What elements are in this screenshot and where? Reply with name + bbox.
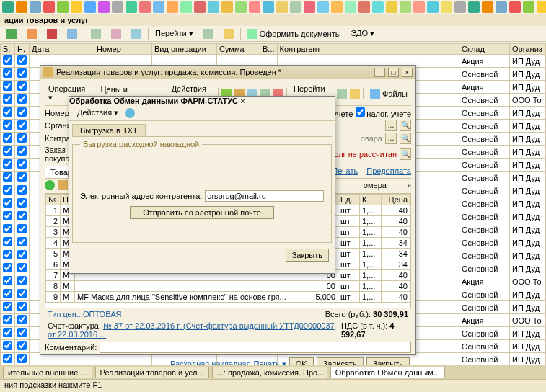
row-check[interactable] xyxy=(3,120,12,130)
select-btn[interactable]: ... xyxy=(385,133,397,144)
add-row-icon[interactable] xyxy=(45,180,55,190)
action-btn[interactable] xyxy=(23,27,40,40)
toolbar-icon[interactable] xyxy=(413,1,425,13)
table-row[interactable]: 9MMF Маска для лица "Sensitive-комплекс"… xyxy=(46,292,410,303)
toolbar-icon[interactable] xyxy=(16,1,27,13)
row-check[interactable] xyxy=(3,354,12,363)
row-check[interactable] xyxy=(3,263,12,272)
row-check[interactable] xyxy=(17,146,27,156)
col-price[interactable]: Цена xyxy=(382,195,410,205)
modal-close-btn[interactable]: × xyxy=(240,97,245,105)
toolbar-icon[interactable] xyxy=(58,180,68,190)
col-v[interactable]: В... xyxy=(260,44,278,55)
edo-menu[interactable]: ЭДО ▾ xyxy=(348,27,379,40)
col-k[interactable]: К. xyxy=(360,195,382,205)
row-check[interactable] xyxy=(3,237,12,246)
col-sum[interactable]: Сумма xyxy=(217,44,260,55)
row-check[interactable] xyxy=(3,211,12,220)
row-check[interactable] xyxy=(3,224,12,233)
toolbar-icon[interactable] xyxy=(167,1,178,13)
row-check[interactable] xyxy=(17,237,27,246)
row-check[interactable] xyxy=(17,302,27,311)
search-icon[interactable]: 🔍 xyxy=(400,133,411,144)
search-icon[interactable]: 🔍 xyxy=(400,120,411,131)
close-btn[interactable]: × xyxy=(402,68,413,77)
row-check[interactable] xyxy=(3,341,12,350)
toolbar-icon[interactable] xyxy=(537,1,546,13)
action-btn[interactable] xyxy=(43,27,61,40)
search-icon[interactable]: 🔍 xyxy=(400,148,411,160)
row-check[interactable] xyxy=(17,341,27,350)
toolbar-icon[interactable] xyxy=(98,1,110,13)
row-check[interactable] xyxy=(17,133,27,143)
toolbar-icon[interactable] xyxy=(358,1,370,13)
toolbar-icon[interactable] xyxy=(43,1,55,13)
comment-input[interactable] xyxy=(100,342,411,353)
modal-titlebar[interactable]: Обработка Обмен данными ФАРМ-СТАТУС × xyxy=(69,97,335,105)
toolbar-icon[interactable] xyxy=(337,89,347,99)
tab-prepay[interactable]: Предоплата xyxy=(366,166,411,178)
col-op[interactable]: Вид операции xyxy=(152,44,217,55)
nalog-checkbox[interactable] xyxy=(356,107,365,117)
toolbar-icon[interactable] xyxy=(2,1,14,13)
task-item[interactable]: ительные внешние ... xyxy=(3,367,92,378)
table-row[interactable]: 8M00шт1,...40 xyxy=(46,281,410,292)
toolbar-icon[interactable] xyxy=(30,1,41,13)
toolbar-icon[interactable] xyxy=(345,1,356,13)
col-n[interactable]: Н. xyxy=(15,44,30,55)
row-check[interactable] xyxy=(3,68,12,78)
col-b[interactable]: Б. xyxy=(1,44,15,55)
files-btn[interactable]: Файлы xyxy=(366,87,411,100)
toolbar-icon[interactable] xyxy=(386,1,397,13)
row-check[interactable] xyxy=(17,328,27,337)
email-input[interactable] xyxy=(205,190,324,202)
row-check[interactable] xyxy=(3,146,12,156)
toolbar-icon[interactable] xyxy=(372,1,384,13)
row-check[interactable] xyxy=(17,315,27,324)
row-check[interactable] xyxy=(3,94,12,104)
row-check[interactable] xyxy=(3,107,12,117)
toolbar-icon[interactable] xyxy=(509,1,521,13)
row-check[interactable] xyxy=(17,224,27,233)
row-check[interactable] xyxy=(3,302,12,311)
row-check[interactable] xyxy=(17,55,27,65)
row-check[interactable] xyxy=(17,94,27,104)
row-check[interactable] xyxy=(17,185,27,195)
row-check[interactable] xyxy=(17,354,27,363)
toolbar-icon[interactable] xyxy=(454,1,466,13)
toolbar-icon[interactable] xyxy=(400,1,411,13)
tab-export-txt[interactable]: Выгрузка в TXT xyxy=(72,124,146,136)
minimize-btn[interactable]: _ xyxy=(374,68,385,77)
toolbar-icon[interactable] xyxy=(71,1,82,13)
row-check[interactable] xyxy=(17,198,27,208)
toolbar-icon[interactable] xyxy=(468,1,480,13)
row-check[interactable] xyxy=(17,211,27,220)
col-ed[interactable]: Ед. xyxy=(338,195,360,205)
tab-print[interactable]: Печать xyxy=(332,166,358,178)
col-warehouse[interactable]: Склад xyxy=(459,44,510,55)
toolbar-icon[interactable] xyxy=(263,1,274,13)
row-check[interactable] xyxy=(17,120,27,130)
col-number[interactable]: Номер xyxy=(94,44,152,55)
toolbar-icon[interactable] xyxy=(208,1,219,13)
toolbar-icon[interactable] xyxy=(427,1,439,13)
task-item[interactable]: Обработка Обмен данным... xyxy=(330,367,445,378)
toolbar-icon[interactable] xyxy=(249,1,260,13)
row-check[interactable] xyxy=(17,159,27,169)
row-check[interactable] xyxy=(3,315,12,324)
window-titlebar[interactable]: Реализация товаров и услуг: продажа, ком… xyxy=(40,66,415,79)
toolbar-icon[interactable] xyxy=(57,1,69,13)
toolbar-icon[interactable] xyxy=(84,1,96,13)
action-btn[interactable] xyxy=(128,27,145,40)
row-check[interactable] xyxy=(17,172,27,182)
row-check[interactable] xyxy=(17,81,27,91)
col-org[interactable]: Организ xyxy=(510,44,546,55)
maximize-btn[interactable]: □ xyxy=(388,68,399,77)
toolbar-icon[interactable] xyxy=(317,1,329,13)
row-check[interactable] xyxy=(3,81,12,91)
toolbar-icon[interactable] xyxy=(153,1,164,13)
col-contragent[interactable]: Контрагент xyxy=(277,44,459,55)
row-check[interactable] xyxy=(17,276,27,285)
row-check[interactable] xyxy=(17,107,27,117)
goto-menu[interactable]: Перейти ▾ xyxy=(151,27,197,40)
